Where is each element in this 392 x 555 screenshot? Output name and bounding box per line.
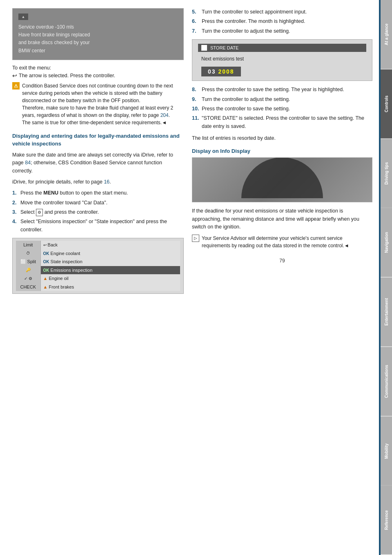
step-8: 8. Press the controller to save the sett… — [192, 86, 372, 94]
service-line3: and brake discs checked by your — [18, 39, 178, 47]
step-4: 4. Select "Emissions inspection" or "Sta… — [12, 218, 184, 234]
menu-left-limit: Limit — [16, 241, 40, 249]
arrow-instruction: ↩ The arrow is selected. Press the contr… — [12, 72, 184, 79]
right-column: 5. Turn the controller to select appoint… — [192, 8, 372, 294]
tab-navigation[interactable]: Navigation — [381, 208, 392, 277]
exit-label: To exit the menu: — [12, 65, 184, 71]
menu-left-icon1: ⏱ — [16, 249, 40, 258]
menu-right-brakes: ▲ Front brakes — [40, 283, 180, 291]
section-text2: iDrive, for principle details, refer to … — [12, 178, 184, 186]
tab-driving-tips[interactable]: Driving tips — [381, 139, 392, 208]
menu-row-1: Limit ↩ Back — [16, 241, 180, 249]
warning-box: ⚠ Condition Based Service does not conti… — [12, 82, 184, 126]
steps-list-right-2: 8. Press the controller to save the sett… — [192, 86, 372, 130]
menu-right-oil: ▲ Engine oil — [40, 274, 180, 283]
dashboard-image-box: Service 3 000 mls § 🔑 3 Months — [192, 157, 372, 202]
steps-list-right-1: 5. Turn the controller to select appoint… — [192, 8, 372, 35]
step-7: 7. Turn the controller to adjust the set… — [192, 27, 372, 35]
info-note-text: Your Service Advisor will determine your… — [202, 235, 372, 250]
service-line1: Service overdue -100 mls — [18, 23, 178, 31]
info-display-body: If the deadline for your next emissions … — [192, 207, 372, 231]
step-2: 2. Move the controller toward "Car Data"… — [12, 199, 184, 207]
arrow-icon: ↩ — [12, 72, 17, 79]
menu-image-box: Limit ↩ Back ⏱ OK Engine coolant ⬜ Split — [12, 238, 184, 294]
warning-text: Condition Based Service does not continu… — [22, 82, 184, 126]
step-10: 10. Press the controller to save the set… — [192, 105, 372, 113]
step-5: 5. Turn the controller to select appoint… — [192, 8, 372, 16]
arrow-text: The arrow is selected. Press the control… — [19, 73, 115, 78]
store-date-box: STORE DATE Next emissions test 03 2008 — [192, 39, 372, 81]
menu-table: Limit ↩ Back ⏱ OK Engine coolant ⬜ Split — [16, 241, 180, 291]
menu-left-icon3: ✓ ⚙ — [16, 274, 40, 283]
info-note-box: ▷ Your Service Advisor will determine yo… — [192, 235, 372, 250]
menu-right-state: OK State inspection — [40, 257, 180, 266]
sorted-text: The list of entries is resorted by date. — [192, 134, 372, 142]
tab-mobility[interactable]: Mobility — [381, 416, 392, 486]
store-date-header: STORE DATE — [198, 44, 366, 52]
tab-reference[interactable]: Reference — [381, 486, 392, 555]
info-note-icon: ▷ — [192, 235, 199, 242]
tab-entertainment[interactable]: Entertainment — [381, 278, 392, 347]
link-204[interactable]: 204 — [160, 112, 169, 118]
menu-left-icon2: 🔑 — [16, 266, 40, 275]
service-overdue-box: ▲ Service overdue -100 mls Have front br… — [12, 8, 184, 60]
menu-left-check: CHECK — [16, 283, 40, 291]
menu-row-4: 🔑 OK Emissions inspection — [16, 266, 180, 275]
step-6: 6. Press the controller. The month is hi… — [192, 18, 372, 25]
link-84[interactable]: 84 — [25, 160, 31, 166]
page-number: 79 — [192, 258, 372, 264]
sidebar: At a glance Controls Driving tips Naviga… — [381, 0, 392, 555]
warning-icon: ⚠ — [12, 82, 20, 90]
step-3: 3. Select ⚙ and press the controller. — [12, 208, 184, 216]
menu-right-emissions: OK Emissions inspection — [40, 266, 180, 275]
step-11: 11. "STORE DATE" is selected. Press the … — [192, 114, 372, 130]
tab-controls[interactable]: Controls — [381, 69, 392, 139]
tab-communications[interactable]: Communications — [381, 347, 392, 416]
store-date-label: STORE DATE — [210, 45, 238, 50]
store-date-value: 03 2008 — [201, 67, 241, 76]
service-line4: BMW center — [18, 47, 178, 55]
menu-right-back: ↩ Back — [40, 241, 180, 249]
menu-row-3: ⬜ Split OK State inspection — [16, 257, 180, 266]
left-column: ▲ Service overdue -100 mls Have front br… — [12, 8, 184, 294]
service-line2: Have front brake linings replaced — [18, 31, 178, 39]
step-1: 1. Press the MENU button to open the sta… — [12, 189, 184, 197]
section-heading-emissions: Displaying and entering dates for legall… — [12, 132, 184, 148]
tab-at-a-glance[interactable]: At a glance — [381, 0, 392, 69]
info-display-heading: Display on Info Display — [192, 148, 372, 154]
menu-row-2: ⏱ OK Engine coolant — [16, 249, 180, 258]
steps-list-left: 1. Press the MENU button to open the sta… — [12, 189, 184, 234]
menu-row-5: ✓ ⚙ ▲ Engine oil — [16, 274, 180, 283]
menu-right-coolant: OK Engine coolant — [40, 249, 180, 258]
store-date-icon — [201, 45, 207, 51]
year-highlight: 2008 — [218, 68, 234, 75]
link-16[interactable]: 16 — [104, 179, 109, 185]
menu-left-split: ⬜ Split — [16, 257, 40, 266]
step-9: 9. Turn the controller to adjust the set… — [192, 96, 372, 103]
menu-row-6: CHECK ▲ Front brakes — [16, 283, 180, 291]
store-date-sublabel: Next emissions test — [198, 54, 366, 63]
section-text1: Make sure the date and time are always s… — [12, 151, 184, 175]
service-icon: ▲ — [18, 13, 28, 20]
